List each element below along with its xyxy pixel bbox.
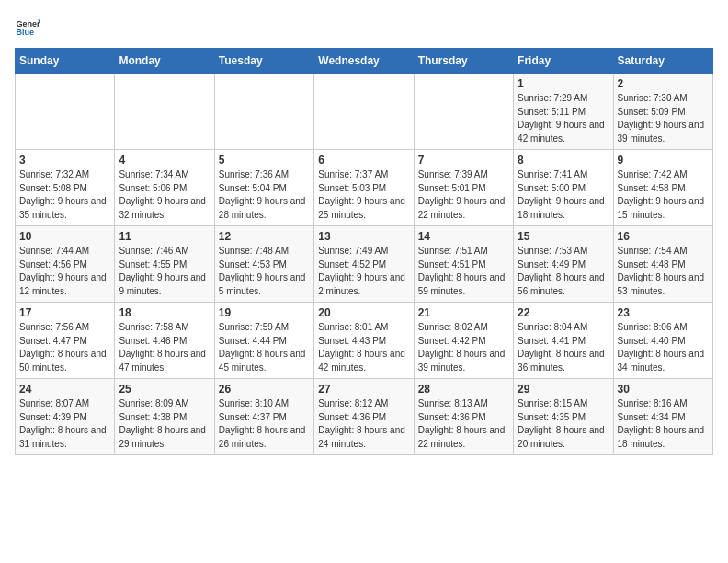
day-number: 21 [418,306,509,319]
day-cell: 6Sunrise: 7:37 AM Sunset: 5:03 PM Daylig… [314,150,414,226]
day-info: Sunrise: 7:41 AM Sunset: 5:00 PM Dayligh… [518,168,609,222]
day-info: Sunrise: 7:58 AM Sunset: 4:46 PM Dayligh… [119,321,210,374]
day-number: 14 [418,230,509,243]
day-info: Sunrise: 7:51 AM Sunset: 4:51 PM Dayligh… [418,245,509,298]
day-cell: 22Sunrise: 8:04 AM Sunset: 4:41 PM Dayli… [514,303,613,379]
day-number: 15 [518,230,609,243]
day-cell: 13Sunrise: 7:49 AM Sunset: 4:52 PM Dayli… [314,226,414,303]
day-number: 16 [618,230,709,243]
day-number: 23 [618,306,709,319]
day-cell: 15Sunrise: 7:53 AM Sunset: 4:49 PM Dayli… [514,226,613,303]
svg-text:General: General [16,19,40,29]
day-info: Sunrise: 8:13 AM Sunset: 4:36 PM Dayligh… [418,397,509,451]
col-header-sunday: Sunday [16,49,115,74]
day-cell: 20Sunrise: 8:01 AM Sunset: 4:43 PM Dayli… [314,303,414,379]
day-cell: 29Sunrise: 8:15 AM Sunset: 4:35 PM Dayli… [514,379,613,455]
col-header-wednesday: Wednesday [314,49,414,74]
day-number: 29 [518,383,609,396]
day-info: Sunrise: 8:02 AM Sunset: 4:42 PM Dayligh… [418,321,509,374]
day-cell: 16Sunrise: 7:54 AM Sunset: 4:48 PM Dayli… [613,226,712,303]
day-info: Sunrise: 8:06 AM Sunset: 4:40 PM Dayligh… [618,321,709,374]
day-info: Sunrise: 8:15 AM Sunset: 4:35 PM Dayligh… [518,397,609,451]
day-number: 25 [119,383,210,396]
week-row-2: 10Sunrise: 7:44 AM Sunset: 4:56 PM Dayli… [16,226,713,303]
page: General Blue SundayMondayTuesdayWednesda… [0,0,728,465]
week-row-1: 3Sunrise: 7:32 AM Sunset: 5:08 PM Daylig… [16,150,713,226]
day-cell: 17Sunrise: 7:56 AM Sunset: 4:47 PM Dayli… [16,303,115,379]
day-info: Sunrise: 8:09 AM Sunset: 4:38 PM Dayligh… [119,397,210,451]
day-cell: 8Sunrise: 7:41 AM Sunset: 5:00 PM Daylig… [514,150,613,226]
day-cell: 3Sunrise: 7:32 AM Sunset: 5:08 PM Daylig… [16,150,115,226]
day-number: 17 [19,306,110,319]
day-cell: 21Sunrise: 8:02 AM Sunset: 4:42 PM Dayli… [414,303,513,379]
day-cell: 12Sunrise: 7:48 AM Sunset: 4:53 PM Dayli… [214,226,313,303]
day-number: 18 [119,306,210,319]
week-row-0: 1Sunrise: 7:29 AM Sunset: 5:11 PM Daylig… [16,74,713,150]
day-number: 27 [318,383,409,396]
day-info: Sunrise: 8:04 AM Sunset: 4:41 PM Dayligh… [518,321,609,374]
day-cell: 2Sunrise: 7:30 AM Sunset: 5:09 PM Daylig… [613,74,712,150]
day-number: 30 [618,383,709,396]
calendar-table: SundayMondayTuesdayWednesdayThursdayFrid… [15,48,713,455]
col-header-friday: Friday [514,49,613,74]
day-cell: 14Sunrise: 7:51 AM Sunset: 4:51 PM Dayli… [414,226,513,303]
col-header-monday: Monday [115,49,214,74]
day-cell: 10Sunrise: 7:44 AM Sunset: 4:56 PM Dayli… [16,226,115,303]
day-info: Sunrise: 7:36 AM Sunset: 5:04 PM Dayligh… [219,168,310,222]
day-info: Sunrise: 7:29 AM Sunset: 5:11 PM Dayligh… [518,92,609,145]
day-info: Sunrise: 7:56 AM Sunset: 4:47 PM Dayligh… [19,321,110,374]
day-info: Sunrise: 7:34 AM Sunset: 5:06 PM Dayligh… [119,168,210,222]
day-cell: 30Sunrise: 8:16 AM Sunset: 4:34 PM Dayli… [613,379,712,455]
day-info: Sunrise: 7:42 AM Sunset: 4:58 PM Dayligh… [618,168,709,222]
day-info: Sunrise: 7:53 AM Sunset: 4:49 PM Dayligh… [518,245,609,298]
day-number: 9 [618,154,709,167]
col-header-thursday: Thursday [414,49,513,74]
day-cell [16,74,115,150]
day-info: Sunrise: 7:44 AM Sunset: 4:56 PM Dayligh… [19,245,110,298]
day-cell: 26Sunrise: 8:10 AM Sunset: 4:37 PM Dayli… [214,379,313,455]
day-number: 10 [19,230,110,243]
day-cell: 4Sunrise: 7:34 AM Sunset: 5:06 PM Daylig… [115,150,214,226]
day-number: 4 [119,154,210,167]
day-cell: 7Sunrise: 7:39 AM Sunset: 5:01 PM Daylig… [414,150,513,226]
day-info: Sunrise: 7:32 AM Sunset: 5:08 PM Dayligh… [19,168,110,222]
day-info: Sunrise: 8:12 AM Sunset: 4:36 PM Dayligh… [318,397,409,451]
day-info: Sunrise: 7:46 AM Sunset: 4:55 PM Dayligh… [119,245,210,298]
header: General Blue [15,15,713,40]
day-cell: 28Sunrise: 8:13 AM Sunset: 4:36 PM Dayli… [414,379,513,455]
day-info: Sunrise: 8:16 AM Sunset: 4:34 PM Dayligh… [618,397,709,451]
day-cell: 18Sunrise: 7:58 AM Sunset: 4:46 PM Dayli… [115,303,214,379]
col-header-tuesday: Tuesday [214,49,313,74]
svg-text:Blue: Blue [16,28,34,37]
logo-icon: General Blue [15,15,40,40]
day-cell: 25Sunrise: 8:09 AM Sunset: 4:38 PM Dayli… [115,379,214,455]
day-cell: 5Sunrise: 7:36 AM Sunset: 5:04 PM Daylig… [214,150,313,226]
day-info: Sunrise: 7:37 AM Sunset: 5:03 PM Dayligh… [318,168,409,222]
week-row-3: 17Sunrise: 7:56 AM Sunset: 4:47 PM Dayli… [16,303,713,379]
day-cell [414,74,513,150]
day-number: 5 [219,154,310,167]
day-cell: 11Sunrise: 7:46 AM Sunset: 4:55 PM Dayli… [115,226,214,303]
day-number: 19 [219,306,310,319]
day-cell [314,74,414,150]
day-number: 13 [318,230,409,243]
day-info: Sunrise: 7:48 AM Sunset: 4:53 PM Dayligh… [219,245,310,298]
day-cell [115,74,214,150]
day-number: 1 [518,77,609,90]
day-number: 2 [618,77,709,90]
day-number: 3 [19,154,110,167]
day-cell: 19Sunrise: 7:59 AM Sunset: 4:44 PM Dayli… [214,303,313,379]
logo: General Blue [15,15,44,40]
day-cell: 27Sunrise: 8:12 AM Sunset: 4:36 PM Dayli… [314,379,414,455]
day-number: 7 [418,154,509,167]
day-info: Sunrise: 7:39 AM Sunset: 5:01 PM Dayligh… [418,168,509,222]
header-row: SundayMondayTuesdayWednesdayThursdayFrid… [16,49,713,74]
week-row-4: 24Sunrise: 8:07 AM Sunset: 4:39 PM Dayli… [16,379,713,455]
day-number: 11 [119,230,210,243]
day-info: Sunrise: 7:30 AM Sunset: 5:09 PM Dayligh… [618,92,709,145]
day-info: Sunrise: 7:59 AM Sunset: 4:44 PM Dayligh… [219,321,310,374]
day-info: Sunrise: 8:10 AM Sunset: 4:37 PM Dayligh… [219,397,310,451]
day-number: 6 [318,154,409,167]
day-number: 20 [318,306,409,319]
day-number: 8 [518,154,609,167]
